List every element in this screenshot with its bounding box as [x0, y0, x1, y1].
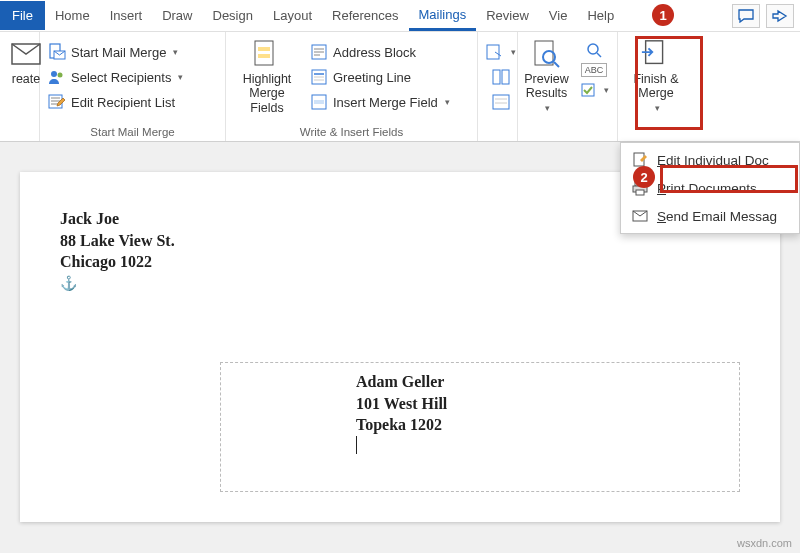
chevron-down-icon: ▾	[511, 47, 516, 57]
svg-rect-14	[493, 70, 500, 84]
create-label: reate	[12, 72, 41, 86]
select-recip-label: Select Recipients	[71, 70, 171, 85]
chevron-down-icon: ▾	[445, 97, 450, 107]
return-city: Chicago 1022	[60, 251, 740, 273]
watermark: wsxdn.com	[737, 537, 792, 549]
start-mm-label: Start Mail Merge	[71, 45, 166, 60]
tab-references[interactable]: References	[322, 2, 408, 29]
finish-merge-icon	[640, 38, 672, 70]
check-errors-button[interactable]: ▾	[575, 78, 613, 102]
finish-merge-button[interactable]: Finish & Merge ▾	[622, 34, 690, 115]
address-block-label: Address Block	[333, 45, 416, 60]
svg-rect-25	[636, 190, 644, 195]
document-mail-icon	[48, 43, 66, 61]
group-label-write: Write & Insert Fields	[230, 124, 473, 141]
comment-icon	[738, 9, 754, 23]
greeting-line-button[interactable]: Greeting Line	[306, 65, 454, 89]
callout-2: 2	[633, 166, 655, 188]
tab-draw[interactable]: Draw	[152, 2, 202, 29]
rules-icon	[486, 43, 504, 61]
envelope-icon	[10, 38, 42, 70]
tab-design[interactable]: Design	[203, 2, 263, 29]
share-button[interactable]	[766, 4, 794, 28]
group-label-start: Start Mail Merge	[44, 124, 221, 141]
recipient-address-box[interactable]: Adam Geller 101 West Hill Topeka 1202	[220, 362, 740, 492]
text-cursor	[356, 436, 357, 454]
check-icon	[579, 81, 597, 99]
rules-button[interactable]: ▾	[482, 40, 520, 64]
tab-help[interactable]: Help	[569, 2, 624, 29]
match-fields-button[interactable]	[488, 65, 514, 89]
chevron-down-icon: ▾	[655, 103, 660, 113]
finish-merge-dropdown: EEdit Individual Docdit Individual Doc P…	[620, 142, 800, 234]
greeting-label: Greeting Line	[333, 70, 411, 85]
svg-rect-12	[314, 100, 324, 104]
edit-recip-label: Edit Recipient List	[71, 95, 175, 110]
svg-rect-15	[502, 70, 509, 84]
group-label-create	[4, 124, 35, 141]
address-block-icon	[310, 43, 328, 61]
tab-mailings[interactable]: Mailings	[409, 1, 477, 31]
start-mail-merge-button[interactable]: Start Mail Merge ▾	[44, 40, 187, 64]
ribbon: reate Start Mail Merge ▾ Select Recipien…	[0, 32, 800, 142]
update-labels-button[interactable]	[488, 90, 514, 114]
svg-rect-16	[493, 95, 509, 109]
finish-label: Finish & Merge	[633, 72, 678, 101]
preview-icon	[531, 38, 563, 70]
send-email-item[interactable]: Send Email Messag	[621, 202, 799, 230]
anchor-icon: ⚓	[60, 275, 740, 292]
highlight-icon	[251, 38, 283, 70]
svg-rect-20	[582, 84, 594, 96]
update-icon	[492, 93, 510, 111]
search-icon	[585, 41, 603, 59]
recip-city: Topeka 1202	[356, 414, 604, 436]
share-icon	[772, 9, 788, 23]
preview-label: Preview Results	[524, 72, 568, 101]
chevron-down-icon: ▾	[178, 72, 183, 82]
find-recipient-button[interactable]	[581, 38, 607, 62]
edit-list-icon	[48, 93, 66, 111]
edit-recipient-list-button[interactable]: Edit Recipient List	[44, 90, 187, 114]
greeting-icon	[310, 68, 328, 86]
svg-point-4	[58, 73, 63, 78]
tab-home[interactable]: Home	[45, 2, 100, 29]
tab-review[interactable]: Review	[476, 2, 539, 29]
comments-button[interactable]	[732, 4, 760, 28]
tab-layout[interactable]: Layout	[263, 2, 322, 29]
address-block-button[interactable]: Address Block	[306, 40, 454, 64]
highlight-merge-fields-button[interactable]: Highlight Merge Fields	[230, 34, 304, 117]
insert-merge-field-button[interactable]: Insert Merge Field ▾	[306, 90, 454, 114]
highlight-label: Highlight Merge Fields	[236, 72, 298, 115]
chevron-down-icon: ▾	[604, 85, 609, 95]
chevron-down-icon: ▾	[173, 47, 178, 57]
abc-check-button[interactable]: ABC	[581, 63, 608, 77]
edit-docs-label: EEdit Individual Docdit Individual Doc	[657, 153, 769, 168]
recip-name: Adam Geller	[356, 371, 604, 393]
insert-merge-label: Insert Merge Field	[333, 95, 438, 110]
chevron-down-icon: ▾	[545, 103, 550, 113]
svg-point-3	[51, 71, 57, 77]
tab-insert[interactable]: Insert	[100, 2, 153, 29]
svg-rect-13	[487, 45, 499, 59]
svg-rect-6	[255, 41, 273, 65]
email-icon	[631, 207, 649, 225]
svg-point-19	[588, 44, 598, 54]
tab-view[interactable]: Vie	[539, 2, 570, 29]
tab-file[interactable]: File	[0, 1, 45, 30]
svg-rect-8	[258, 54, 270, 58]
preview-results-button[interactable]: Preview Results ▾	[522, 34, 571, 115]
people-icon	[48, 68, 66, 86]
merge-field-icon	[310, 93, 328, 111]
print-docs-label: Print Documents.	[657, 181, 761, 196]
send-email-label: Send Email Messag	[657, 209, 777, 224]
svg-rect-7	[258, 47, 270, 51]
match-icon	[492, 68, 510, 86]
recip-street: 101 West Hill	[356, 393, 604, 415]
callout-1: 1	[652, 4, 674, 26]
ribbon-tabs: File Home Insert Draw Design Layout Refe…	[0, 0, 800, 32]
select-recipients-button[interactable]: Select Recipients ▾	[44, 65, 187, 89]
